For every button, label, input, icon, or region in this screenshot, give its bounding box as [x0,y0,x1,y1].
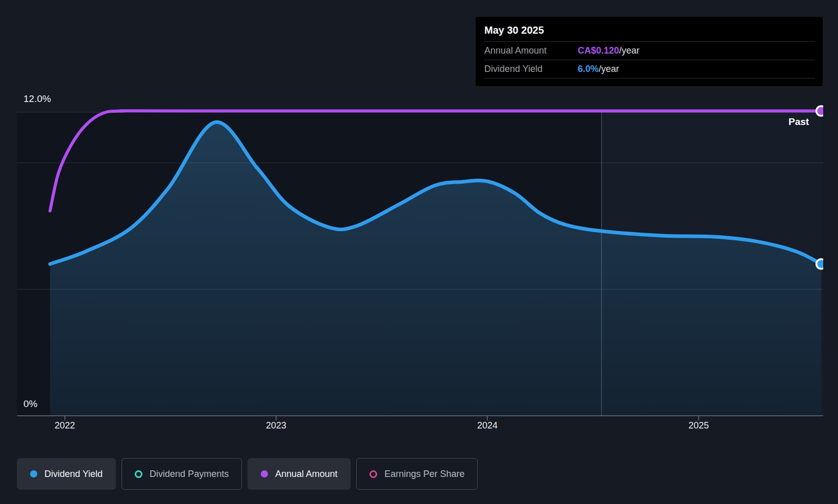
tooltip-footer-space [476,79,823,86]
legend: Dividend Yield Dividend Payments Annual … [17,458,478,490]
x-axis [65,416,699,420]
tooltip-suffix: /year [619,45,639,56]
legend-button-dividend-payments[interactable]: Dividend Payments [121,458,242,490]
tooltip-label: Dividend Yield [484,64,578,74]
legend-label: Dividend Yield [44,469,103,480]
dividend-history-chart: 12.0% 0% Past 2022202320242025 May 30 20… [0,0,838,504]
legend-label: Annual Amount [275,469,337,480]
x-axis-label-2023: 2023 [256,420,297,431]
legend-label: Earnings Per Share [384,469,464,480]
y-axis-label-top: 12.0% [23,93,51,105]
tooltip-suffix: /year [599,64,619,74]
past-label: Past [788,116,809,128]
tooltip-date: May 30 2025 [476,17,823,41]
tooltip-value: 6.0% [578,64,599,74]
dividend-yield-dot-icon [30,470,37,477]
legend-button-annual-amount[interactable]: Annual Amount [248,458,351,490]
legend-button-earnings-per-share[interactable]: Earnings Per Share [356,458,478,490]
x-axis-label-2025: 2025 [678,420,719,431]
x-axis-label-2022: 2022 [44,420,85,431]
tooltip-row-dividend-yield: Dividend Yield 6.0% /year [476,60,823,78]
x-axis-label-2024: 2024 [467,420,508,431]
earnings-per-share-ring-icon [369,470,377,478]
annual-amount-dot-icon [261,470,268,477]
tooltip-label: Annual Amount [484,45,578,56]
y-axis-label-bottom: 0% [23,398,37,410]
annual-amount-end-marker [817,106,826,116]
legend-button-dividend-yield[interactable]: Dividend Yield [17,458,116,490]
dividend-yield-end-marker [817,259,826,269]
chart-tooltip: May 30 2025 Annual Amount CA$0.120 /year… [476,17,823,86]
tooltip-row-annual-amount: Annual Amount CA$0.120 /year [476,42,823,60]
dividend-payments-ring-icon [135,470,142,478]
legend-label: Dividend Payments [150,469,229,480]
tooltip-value: CA$0.120 [578,45,619,56]
